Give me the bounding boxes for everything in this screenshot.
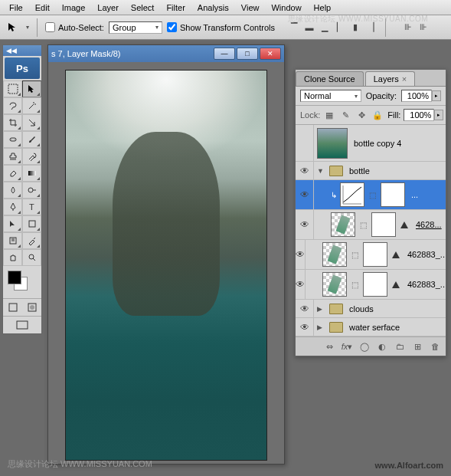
fill-input[interactable]: 100% xyxy=(404,109,434,121)
layer-thumbnail[interactable] xyxy=(317,128,348,159)
close-button[interactable]: ✕ xyxy=(260,48,281,60)
visibility-toggle[interactable]: 👁 xyxy=(296,318,314,336)
menu-file[interactable]: File xyxy=(3,1,29,15)
link-icon[interactable]: ⬚ xyxy=(368,191,377,199)
visibility-toggle[interactable]: 👁 xyxy=(296,210,314,239)
minimize-button[interactable]: — xyxy=(214,48,235,60)
visibility-toggle[interactable]: 👁 xyxy=(296,180,314,209)
type-tool[interactable]: T xyxy=(22,199,41,215)
auto-select-input[interactable] xyxy=(45,22,55,32)
layer-row[interactable]: 👁 ⬚ 462883_... xyxy=(296,240,446,270)
crop-tool[interactable] xyxy=(3,114,22,131)
disclosure-triangle-icon[interactable]: ▼ xyxy=(317,167,326,175)
layer-thumbnail[interactable] xyxy=(331,212,355,237)
lock-transparency-icon[interactable]: ▦ xyxy=(322,109,336,121)
dodge-tool[interactable] xyxy=(22,182,41,199)
tools-header[interactable]: ◀◀ xyxy=(3,45,41,56)
foreground-color[interactable] xyxy=(8,271,21,284)
layer-row[interactable]: 👁 ⬚ 4628... xyxy=(296,210,446,240)
add-mask-icon[interactable]: ◯ xyxy=(357,340,372,353)
zoom-tool[interactable] xyxy=(22,249,41,266)
layer-name[interactable]: bottle xyxy=(349,166,370,176)
mask-thumbnail[interactable] xyxy=(371,212,396,237)
tab-clone-source[interactable]: Clone Source xyxy=(296,71,364,86)
auto-select-target[interactable]: Group ▾ xyxy=(109,21,162,34)
quickmask-mode-icon[interactable] xyxy=(22,299,41,316)
lasso-tool[interactable] xyxy=(3,97,22,114)
menu-help[interactable]: Help xyxy=(308,1,338,15)
path-select-tool[interactable] xyxy=(3,215,22,232)
layer-row[interactable]: bottle copy 4 xyxy=(296,125,446,162)
visibility-toggle[interactable]: 👁 xyxy=(296,240,306,269)
mask-thumbnail[interactable] xyxy=(363,242,387,267)
layer-row[interactable]: 👁 ↳ ⬚ ... xyxy=(296,180,446,210)
standard-mode-icon[interactable] xyxy=(3,299,22,316)
menu-filter[interactable]: Filter xyxy=(160,1,191,15)
blur-tool[interactable] xyxy=(3,182,22,199)
gradient-tool[interactable] xyxy=(22,165,41,182)
link-layers-icon[interactable]: ⇔ xyxy=(322,340,337,353)
new-group-icon[interactable]: 🗀 xyxy=(392,340,407,353)
maximize-button[interactable]: □ xyxy=(237,48,258,60)
layer-name[interactable]: 4628... xyxy=(416,220,442,229)
layer-name[interactable]: bottle copy 4 xyxy=(354,139,401,148)
lock-position-icon[interactable]: ✥ xyxy=(355,109,368,121)
layer-name[interactable]: clouds xyxy=(349,304,374,314)
heal-tool[interactable] xyxy=(3,131,22,148)
brush-tool[interactable] xyxy=(22,131,41,148)
blend-mode-select[interactable]: Normal ▾ xyxy=(300,90,361,102)
menu-window[interactable]: Window xyxy=(265,1,307,15)
adjustment-thumbnail[interactable] xyxy=(340,182,364,207)
menu-layer[interactable]: Layer xyxy=(91,1,125,15)
layer-thumbnail[interactable] xyxy=(322,242,347,267)
layer-name[interactable]: water serface xyxy=(349,323,400,332)
wand-tool[interactable] xyxy=(22,97,41,114)
disclosure-triangle-icon[interactable]: ▶ xyxy=(317,323,326,331)
lock-all-icon[interactable]: 🔒 xyxy=(371,109,384,121)
visibility-toggle[interactable] xyxy=(296,125,314,161)
tool-preset-dropdown[interactable]: ▾ xyxy=(26,24,29,31)
layer-style-icon[interactable]: fx▾ xyxy=(339,340,355,353)
auto-select-checkbox[interactable]: Auto-Select: xyxy=(45,22,104,32)
lock-pixels-icon[interactable]: ✎ xyxy=(338,109,352,121)
menu-view[interactable]: View xyxy=(235,1,266,15)
visibility-toggle[interactable]: 👁 xyxy=(296,162,314,179)
mask-thumbnail[interactable] xyxy=(381,182,405,207)
tab-layers[interactable]: Layers× xyxy=(365,71,415,86)
visibility-toggle[interactable]: 👁 xyxy=(296,270,306,299)
visibility-toggle[interactable]: 👁 xyxy=(296,300,314,317)
move-tool[interactable] xyxy=(22,80,41,97)
pen-tool[interactable] xyxy=(3,199,22,215)
layer-row[interactable]: 👁 ⬚ 462883_... xyxy=(296,270,446,300)
layer-group-row[interactable]: 👁 ▶ water serface xyxy=(296,318,446,336)
layer-name[interactable]: 462883_... xyxy=(407,250,446,259)
shape-tool[interactable] xyxy=(22,215,41,232)
close-icon[interactable]: × xyxy=(402,74,407,84)
eyedropper-tool[interactable] xyxy=(22,232,41,249)
screen-mode-icon[interactable] xyxy=(3,317,41,333)
marquee-tool[interactable] xyxy=(3,80,22,97)
current-tool-icon[interactable] xyxy=(5,19,21,36)
history-brush-tool[interactable] xyxy=(22,148,41,165)
slice-tool[interactable] xyxy=(22,114,41,131)
layer-name[interactable]: ... xyxy=(411,190,418,199)
link-icon[interactable]: ⬚ xyxy=(350,251,360,259)
show-transform-checkbox[interactable]: Show Transform Controls xyxy=(167,22,275,32)
opacity-flyout-icon[interactable]: ▸ xyxy=(432,90,441,101)
layer-thumbnail[interactable] xyxy=(322,272,347,297)
layer-name[interactable]: 462883_... xyxy=(407,280,446,289)
layer-group-row[interactable]: 👁 ▼ bottle xyxy=(296,162,446,180)
stamp-tool[interactable] xyxy=(3,148,22,165)
layer-group-row[interactable]: 👁 ▶ clouds xyxy=(296,300,446,318)
disclosure-triangle-icon[interactable]: ▶ xyxy=(317,305,326,313)
delete-layer-icon[interactable]: 🗑 xyxy=(427,340,443,353)
menu-edit[interactable]: Edit xyxy=(29,1,56,15)
new-layer-icon[interactable]: ⊞ xyxy=(410,340,425,353)
menu-image[interactable]: Image xyxy=(56,1,92,15)
color-swatch[interactable] xyxy=(3,266,41,298)
adjustment-layer-icon[interactable]: ◐ xyxy=(374,340,390,353)
show-transform-input[interactable] xyxy=(167,22,177,32)
opacity-input[interactable]: 100% xyxy=(401,90,432,102)
menu-select[interactable]: Select xyxy=(125,1,161,15)
hand-tool[interactable] xyxy=(3,249,22,266)
